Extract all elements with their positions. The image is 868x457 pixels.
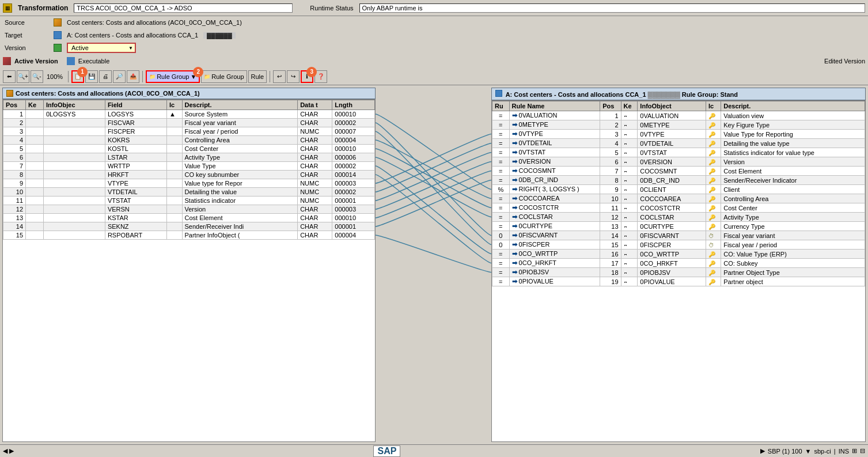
find-button[interactable]: 🔎 [113, 70, 126, 83]
version-value: Active [71, 44, 89, 51]
rule-table-row[interactable]: = ➡ COCOSTCTR 11 ꟷ COCOSTCTR 🔑 Cost Cent… [492, 203, 865, 213]
row-arrow: ➡ [512, 269, 517, 275]
left-header-icon [6, 90, 13, 97]
src-ke [26, 188, 44, 197]
rule-table-row[interactable]: = ➡ 0PIOVALUE 19 ꟷ 0PIOVALUE 🔑 Partner o… [492, 277, 865, 286]
rule-table-row[interactable]: = ➡ 0CO_HRKFT 17 ꟷ 0CO_HRKFT 🔑 CO: Subke… [492, 259, 865, 268]
source-table-row[interactable]: 11 VTSTAT Statistics indicator NUMC 0000… [3, 197, 375, 205]
src-info [43, 197, 105, 205]
version-dropdown[interactable]: Active ▼ [67, 43, 136, 53]
redo-button[interactable]: ↪ [287, 70, 300, 83]
row-arrow: ➡ [512, 278, 517, 285]
undo-button[interactable]: ↩ [273, 70, 286, 83]
right-header-icon [495, 90, 502, 97]
source-table-row[interactable]: 9 VTYPE Value type for Repor NUMC 000003 [3, 179, 375, 188]
export-button[interactable]: 📤 [127, 70, 139, 83]
src-pos: 2 [3, 119, 26, 127]
rule-table-row[interactable]: = ➡ 0CURTYPE 13 ꟷ 0CURTYPE 🔑 Currency Ty… [492, 222, 865, 231]
scroll-prev[interactable]: ◀ [3, 447, 7, 455]
rule-table-row[interactable]: = ➡ COCOSMNT 7 ꟷ COCOSMNT 🔑 Cost Element [492, 167, 865, 176]
rule-table-row[interactable]: = ➡ 0VTYPE 3 ꟷ 0VTYPE 🔑 Value Type for R… [492, 130, 865, 139]
rule-table-row[interactable]: = ➡ 0VTDETAIL 4 ꟷ 0VTDETAIL 🔑 Detailing … [492, 139, 865, 148]
source-table-row[interactable]: 12 VERSN Version CHAR 000003 [3, 205, 375, 214]
src-pos: 4 [3, 136, 26, 145]
active-version-icon [3, 57, 11, 65]
rule-name: ➡ COCCOAREA [509, 194, 600, 203]
source-table-row[interactable]: 15 RSPOBART Partner InfoObject ( CHAR 00… [3, 231, 375, 240]
rule-name: ➡ 0PIOVALUE [509, 277, 600, 286]
col-header-desc: Descript. [182, 100, 298, 110]
rule-info: 0VTSTAT [638, 148, 706, 157]
sap-logo: SAP [373, 445, 400, 457]
src-pos: 13 [3, 214, 26, 222]
source-table-row[interactable]: 8 HRKFT CO key subnumber CHAR 000014 [3, 171, 375, 179]
rcol-ru: Ru [492, 101, 510, 111]
rule-table-row[interactable]: = ➡ 0VTSTAT 5 ꟷ 0VTSTAT 🔑 Statistics ind… [492, 148, 865, 157]
right-panel-header: A: Cost centers - Costs and allocations … [491, 88, 866, 100]
source-table-row[interactable]: 6 LSTAR Activity Type CHAR 000006 [3, 153, 375, 162]
source-table-row[interactable]: 1 0LOGSYS LOGSYS ▲ Source System CHAR 00… [3, 110, 375, 119]
rule-table-row[interactable]: = ➡ 0VALUATION 1 ꟷ 0VALUATION 🔑 Valuatio… [492, 111, 865, 120]
remove-rule-group-button[interactable]: 📁 Rule Group [201, 70, 247, 83]
src-field: WRTTP [105, 162, 166, 171]
source-table-row[interactable]: 2 FISCVAR Fiscal year variant CHAR 00000… [3, 119, 375, 127]
rule-name: ➡ 0PIOBJSV [509, 268, 600, 277]
rule-table-row[interactable]: = ➡ 0DB_CR_IND 8 ꟷ 0DB_CR_IND 🔑 Sender/R… [492, 176, 865, 185]
rule-table-row[interactable]: = ➡ 0VERSION 6 ꟷ 0VERSION 🔑 Version [492, 157, 865, 167]
rule-info: COCOSTCTR [638, 203, 706, 213]
rule-button[interactable]: Rule [248, 70, 267, 83]
executable-icon [67, 57, 75, 65]
connection-area [376, 88, 491, 442]
rule-table-row[interactable]: = ➡ 0PIOBJSV 18 ꟷ 0PIOBJSV 🔑 Partner Obj… [492, 268, 865, 277]
rule-ke: ꟷ [621, 167, 638, 176]
src-data: NUMC [298, 197, 332, 205]
source-table-row[interactable]: 4 KOKRS Controlling Area CHAR 000004 [3, 136, 375, 145]
title-bar: ▦ Transformation TRCS ACOI_0CO_OM_CCA_1 … [0, 0, 868, 16]
scroll-left-btn[interactable]: ◀ ▶ [3, 447, 14, 455]
target-icon [54, 31, 62, 39]
src-len: 000003 [332, 205, 375, 214]
source-table-row[interactable]: 10 VTDETAIL Detailing the value NUMC 000… [3, 188, 375, 197]
rule-key-icon: 🔑 [708, 113, 715, 119]
rule-label: Rule [251, 73, 264, 80]
scroll-next[interactable]: ▶ [9, 447, 14, 455]
source-table-row[interactable]: 13 KSTAR Cost Element CHAR 000010 [3, 214, 375, 222]
src-data: NUMC [298, 179, 332, 188]
rule-table-row[interactable]: = ➡ 0CO_WRTTP 16 ꟷ 0CO_WRTTP 🔑 CO: Value… [492, 250, 865, 259]
src-ic [166, 231, 182, 240]
src-pos: 15 [3, 231, 26, 240]
rule-table-row[interactable]: = ➡ COCLSTAR 12 ꟷ COCLSTAR 🔑 Activity Ty… [492, 213, 865, 222]
zoom-out-button[interactable]: 🔍- [31, 70, 43, 83]
src-pos: 11 [3, 197, 26, 205]
back-button[interactable]: ⬅ [3, 70, 16, 83]
rule-table-row[interactable]: % ➡ RIGHT( 3, LOGSYS ) 9 ꟷ 0CLIENT 🔑 Cli… [492, 185, 865, 194]
left-header-title: Cost centers: Costs and allocations (ACO… [16, 90, 200, 97]
print-button[interactable]: 🖨 [99, 70, 112, 83]
zoom-in-button[interactable]: 🔍+ [17, 70, 29, 83]
col-header-len: Lngth [332, 100, 375, 110]
rule-key-icon: 🔑 [708, 251, 715, 258]
rule-table-row[interactable]: 0 ➡ 0FISCVARNT 14 ꟷ 0FISCVARNT ⏱ Fiscal … [492, 231, 865, 240]
rule-table-row[interactable]: = ➡ COCCOAREA 10 ꟷ COCCOAREA 🔑 Controlli… [492, 194, 865, 203]
rule-desc: Valuation view [721, 111, 865, 120]
rule-table-row[interactable]: 0 ➡ 0FISCPER 15 ꟷ 0FISCPER ⏱ Fiscal year… [492, 240, 865, 250]
source-table-row[interactable]: 5 KOSTL Cost Center CHAR 000010 [3, 145, 375, 153]
src-ic [166, 136, 182, 145]
sap-logo-area: SAP [20, 445, 755, 457]
source-table-row[interactable]: 14 SEKNZ Sender/Receiver Indi CHAR 00000… [3, 222, 375, 231]
src-ic [166, 205, 182, 214]
connection-svg [376, 88, 491, 442]
rule-table-row[interactable]: = ➡ 0METYPE 2 ꟷ 0METYPE 🔑 Key Figure Typ… [492, 120, 865, 130]
rule-pos: 5 [600, 148, 621, 157]
rule-desc: Client [721, 185, 865, 194]
version-label: Version [5, 44, 51, 51]
src-data: CHAR [298, 231, 332, 240]
source-table-row[interactable]: 7 WRTTP Value Type CHAR 000002 [3, 162, 375, 171]
src-field: FISCVAR [105, 119, 166, 127]
src-desc: Partner InfoObject ( [182, 231, 298, 240]
rule-desc: Controlling Area [721, 194, 865, 203]
left-table-container: Pos Ke InfoObjec Field Ic Descript. Data… [2, 99, 376, 442]
add-rule-group-button[interactable]: 📁 Rule Group ▼ [146, 70, 200, 83]
source-table-row[interactable]: 3 FISCPER Fiscal year / period NUMC 0000… [3, 127, 375, 136]
rule-time-icon: ⏱ [708, 242, 714, 248]
